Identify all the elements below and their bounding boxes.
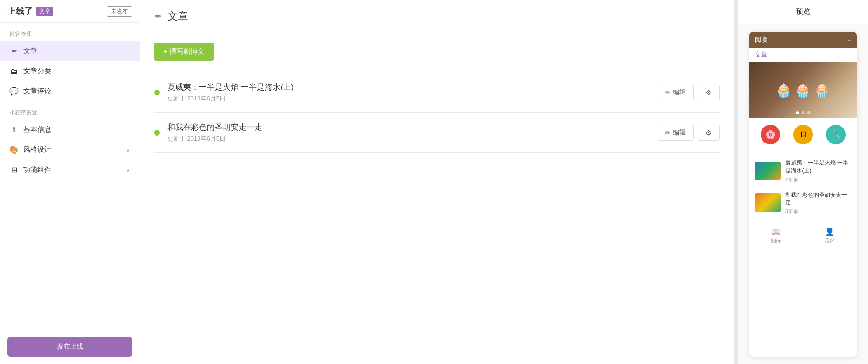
brand-title: 上线了 <box>7 6 33 17</box>
phone-tab-label: 文章 <box>755 51 767 58</box>
phone-article-title: 和我在彩色的圣胡安走一走 <box>785 191 851 207</box>
phone-top-bar: 阅读 ··· <box>749 32 857 48</box>
phone-nav-profile[interactable]: 👤 我的 <box>803 223 857 248</box>
section-label-miniapp: 小程序设置 <box>0 101 140 120</box>
wrench-icon-circle: 🔧 <box>826 125 846 144</box>
phone-nav-label: 我的 <box>825 237 835 244</box>
edit-icon: ✏ <box>665 129 670 136</box>
gear-icon: ⚙ <box>706 89 712 96</box>
settings-button[interactable]: ⚙ <box>698 125 720 141</box>
profile-icon: 👤 <box>825 227 834 236</box>
main-header: ✒ 文章 <box>140 0 734 31</box>
gear-icon: ⚙ <box>706 129 712 136</box>
page-title: 文章 <box>168 9 188 23</box>
sidebar-item-label: 文章评论 <box>23 87 51 96</box>
published-dot <box>154 130 160 136</box>
phone-bottom-nav: 📖 阅读 👤 我的 <box>749 223 857 248</box>
sidebar-item-label: 文章 <box>23 47 37 56</box>
article-title: 和我在彩色的圣胡安走一走 <box>167 122 649 133</box>
published-dot <box>154 90 160 95</box>
article-list: 夏威夷：一半是火焰 一半是海水(上) 更新于 2019年6月5日 ✏ 编辑 ⚙ <box>154 72 720 153</box>
sidebar: 上线了 文章 未发布 博客管理 ✒ 文章 🗂 文章分类 💬 文章评论 小程序设置… <box>0 0 140 364</box>
brand-tag: 文章 <box>36 7 53 16</box>
banner-dots <box>796 111 810 114</box>
table-row: 夏威夷：一半是火焰 一半是海水(上) 更新于 2019年6月5日 ✏ 编辑 ⚙ <box>154 72 720 113</box>
phone-tab-bar: 文章 <box>749 48 857 62</box>
phone-article-title: 夏威夷：一半是火焰 一半是海水(上) <box>785 159 851 175</box>
banner-dot <box>796 111 799 114</box>
chevron-down-icon: ∨ <box>126 147 130 153</box>
status-badge: 未发布 <box>107 6 132 17</box>
sidebar-item-label: 功能组件 <box>23 165 51 174</box>
banner-art: 🧁 🧁 🧁 <box>776 83 830 98</box>
list-item: 和我在彩色的圣胡安走一走 3年前 <box>749 187 857 220</box>
edit-button[interactable]: ✏ 编辑 <box>657 85 694 100</box>
write-new-button[interactable]: + 撰写新博文 <box>154 43 214 61</box>
sidebar-header: 上线了 文章 未发布 <box>0 0 140 23</box>
article-date: 更新于 2019年6月5日 <box>167 135 649 143</box>
sidebar-item-label: 风格设计 <box>23 145 51 154</box>
banner-dot <box>801 111 804 114</box>
sidebar-item-label: 文章分类 <box>23 67 51 76</box>
header-feather-icon: ✒ <box>154 11 162 22</box>
components-icon: ⊞ <box>9 165 19 174</box>
sidebar-item-articles[interactable]: ✒ 文章 <box>0 41 140 61</box>
article-date: 更新于 2019年6月5日 <box>167 94 649 103</box>
phone-nav-label: 阅读 <box>771 237 781 244</box>
category-icon: 🗂 <box>9 67 19 76</box>
phone-article-time: 3年前 <box>785 208 851 215</box>
article-info: 和我在彩色的圣胡安走一走 更新于 2019年6月5日 <box>167 122 649 143</box>
sidebar-item-basic[interactable]: ℹ 基本信息 <box>0 120 140 140</box>
phone-icons-row: 🌸 🖥 🔧 <box>749 118 857 151</box>
phone-icon-item: 🖥 <box>793 125 813 144</box>
phone-icon-item: 🌸 <box>761 125 780 144</box>
comment-icon: 💬 <box>9 87 19 96</box>
article-title: 夏威夷：一半是火焰 一半是海水(上) <box>167 82 649 93</box>
phone-article-meta: 夏威夷：一半是火焰 一半是海水(上) 2年前 <box>785 159 851 183</box>
main-content: ✒ 文章 + 撰写新博文 夏威夷：一半是火焰 一半是海水(上) 更新于 2019… <box>140 0 734 364</box>
phone-article-meta: 和我在彩色的圣胡安走一走 3年前 <box>785 191 851 215</box>
sidebar-item-label: 基本信息 <box>23 125 51 134</box>
article-actions: ✏ 编辑 ⚙ <box>657 125 720 141</box>
settings-button[interactable]: ⚙ <box>698 85 720 100</box>
preview-panel: 预览 阅读 ··· 文章 🧁 🧁 🧁 🌸 <box>737 0 868 364</box>
edit-button[interactable]: ✏ 编辑 <box>657 125 694 141</box>
screen-icon-circle: 🖥 <box>793 125 813 144</box>
chevron-down-icon: ∨ <box>126 167 130 173</box>
article-thumbnail <box>755 193 781 212</box>
table-row: 和我在彩色的圣胡安走一走 更新于 2019年6月5日 ✏ 编辑 ⚙ <box>154 113 720 153</box>
preview-title: 预览 <box>738 0 868 24</box>
section-label-blog: 博客管理 <box>0 23 140 41</box>
sidebar-item-comments[interactable]: 💬 文章评论 <box>0 81 140 101</box>
phone-article-time: 2年前 <box>785 176 851 183</box>
style-icon: 🎨 <box>9 145 19 154</box>
banner-dot <box>807 111 810 114</box>
read-icon: 📖 <box>771 227 781 236</box>
list-item: 夏威夷：一半是火焰 一半是海水(上) 2年前 <box>749 155 857 187</box>
article-actions: ✏ 编辑 ⚙ <box>657 85 720 100</box>
panel-divider <box>734 0 737 364</box>
sidebar-item-components[interactable]: ⊞ 功能组件 ∨ <box>0 160 140 180</box>
publish-button[interactable]: 发布上线 <box>7 337 132 357</box>
phone-top-title: 阅读 <box>755 36 767 44</box>
sidebar-footer: 发布上线 <box>0 329 140 364</box>
phone-icon-item: 🔧 <box>826 125 846 144</box>
article-icon: ✒ <box>9 47 19 56</box>
sidebar-item-style[interactable]: 🎨 风格设计 ∨ <box>0 140 140 160</box>
sidebar-item-categories[interactable]: 🗂 文章分类 <box>0 61 140 81</box>
flower-icon-circle: 🌸 <box>761 125 780 144</box>
phone-nav-read[interactable]: 📖 阅读 <box>749 223 803 248</box>
info-icon: ℹ <box>9 125 19 134</box>
preview-phone: 阅读 ··· 文章 🧁 🧁 🧁 🌸 🖥 <box>749 32 857 357</box>
phone-menu-icon: ··· <box>846 36 851 43</box>
phone-banner: 🧁 🧁 🧁 <box>749 62 857 118</box>
main-body: + 撰写新博文 夏威夷：一半是火焰 一半是海水(上) 更新于 2019年6月5日… <box>140 31 734 364</box>
article-thumbnail <box>755 162 781 180</box>
article-info: 夏威夷：一半是火焰 一半是海水(上) 更新于 2019年6月5日 <box>167 82 649 103</box>
edit-icon: ✏ <box>665 89 670 96</box>
phone-article-list: 夏威夷：一半是火焰 一半是海水(上) 2年前 和我在彩色的圣胡安走一走 3年前 <box>749 151 857 223</box>
